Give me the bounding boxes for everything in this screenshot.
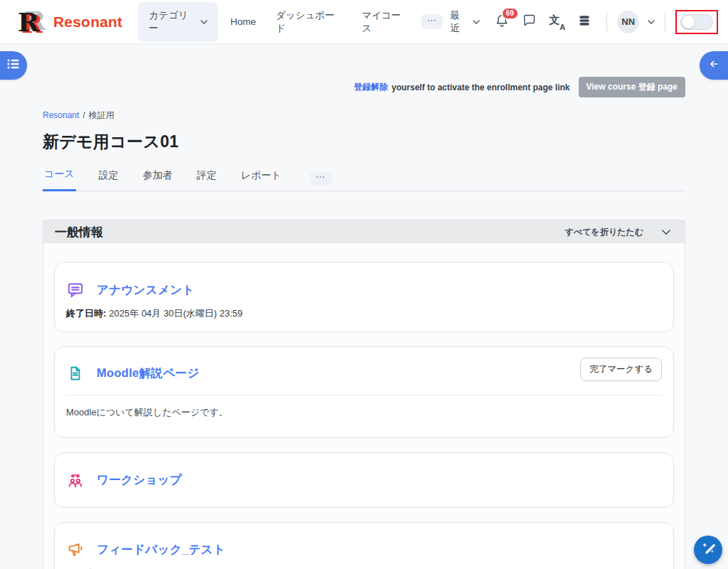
date-value: 2025年 04月 30日(水曜日) 23:59 [109, 308, 242, 319]
breadcrumb-root-link[interactable]: Resonant [43, 110, 79, 120]
chat-bubble-icon [522, 13, 537, 31]
view-enrolment-page-button[interactable]: View course 登録 page [579, 77, 686, 97]
breadcrumb: Resonant/検証用 [43, 110, 685, 122]
activity-dates: 終了日時:2025年 04月 30日(水曜日) 23:59 [66, 307, 662, 320]
user-avatar[interactable]: NN [617, 11, 639, 33]
tab-reports[interactable]: レポート [240, 169, 283, 191]
course-tabs: コース 設定 参加者 評定 レポート ⋯ [43, 168, 685, 191]
activity-card-workshop: ワークショップ [54, 452, 674, 508]
stack-icon [577, 14, 592, 31]
header-divider [665, 13, 665, 31]
brand-name: Resonant [53, 14, 122, 31]
activity-card-moodle-page: 完了マークする Moodle解説ページ Moodleについて解説したページです。 [54, 346, 674, 438]
notifications-button[interactable]: 69 [490, 9, 515, 35]
section-body: アナウンスメント 終了日時:2025年 04月 30日(水曜日) 23:59 完… [43, 243, 685, 569]
mark-complete-button[interactable]: 完了マークする [580, 358, 662, 381]
nav-my-courses[interactable]: マイコース [354, 2, 417, 42]
tab-settings[interactable]: 設定 [97, 169, 120, 191]
activity-link-workshop[interactable]: ワークショップ [97, 472, 182, 488]
notification-count-badge: 69 [501, 7, 519, 20]
messages-button[interactable] [517, 9, 542, 35]
nav-home[interactable]: Home [223, 9, 264, 34]
course-section-general: 一般情報 すべてを折りたたむ [43, 220, 685, 569]
activity-link-announcements[interactable]: アナウンスメント [97, 282, 195, 298]
toggle-knob [682, 16, 695, 28]
enrollment-notice: 登録解除 yourself to activate the enrollment… [43, 77, 685, 97]
nav-more-button[interactable]: ⋯ [421, 14, 443, 29]
open-block-drawer-button[interactable] [700, 51, 728, 80]
header-divider [606, 13, 607, 31]
nav-categories-dropdown[interactable]: カテゴリー [138, 2, 218, 42]
annotation-highlight-box [675, 10, 718, 34]
index-list-icon [7, 58, 20, 73]
user-menu-chevron-icon[interactable] [648, 20, 655, 24]
arrow-left-icon [707, 58, 720, 73]
page-icon [66, 364, 85, 383]
activity-description: Moodleについて解説したページです。 [66, 406, 662, 419]
brand-logo-icon: RRR [18, 7, 45, 37]
database-menu-button[interactable] [572, 9, 597, 35]
chevron-down-icon [662, 230, 670, 235]
tab-course[interactable]: コース [43, 168, 76, 191]
recent-label: 最近 [450, 9, 468, 35]
brand-logo[interactable]: RRR Resonant [18, 7, 122, 37]
top-navbar: RRR Resonant カテゴリー Home ダッシュボード マイコース ⋯ … [0, 0, 728, 44]
collapse-all-control[interactable]: すべてを折りたたむ [565, 226, 670, 238]
unenrol-link[interactable]: 登録解除 [354, 81, 388, 93]
activity-card-feedback: フィードバック_テスト 開始済み:2026年 01月 16日(金曜日) 09:2… [54, 522, 674, 569]
recent-dropdown[interactable]: 最近 [443, 4, 486, 41]
tab-participants[interactable]: 参加者 [141, 169, 174, 191]
forum-icon [66, 281, 85, 299]
breadcrumb-separator: / [82, 110, 85, 120]
tab-grades[interactable]: 評定 [196, 169, 218, 191]
megaphone-icon [66, 541, 85, 559]
edit-mode-toggle[interactable] [680, 14, 713, 30]
open-course-index-button[interactable] [0, 51, 27, 80]
nav-dashboard[interactable]: ダッシュボード [268, 2, 350, 42]
workshop-icon [66, 471, 85, 489]
activity-link-feedback[interactable]: フィードバック_テスト [97, 542, 225, 558]
tab-more-button[interactable]: ⋯ [310, 171, 332, 185]
collapse-all-label: すべてを折りたたむ [565, 226, 643, 238]
main-content: 登録解除 yourself to activate the enrollment… [0, 77, 728, 569]
page-title: 新デモ用コース01 [43, 131, 685, 153]
activity-link-moodle-page[interactable]: Moodle解説ページ [97, 366, 199, 381]
breadcrumb-current: 検証用 [89, 110, 114, 120]
section-title: 一般情報 [55, 224, 103, 240]
date-label: 終了日時: [66, 308, 106, 319]
chevron-down-icon [200, 20, 208, 24]
nav-categories-label: カテゴリー [149, 9, 196, 35]
chevron-down-icon [473, 20, 480, 24]
primary-nav: カテゴリー Home ダッシュボード マイコース ⋯ [138, 2, 443, 42]
enrollment-message: yourself to activate the enrollment page… [392, 83, 570, 92]
magic-assistant-button[interactable] [694, 536, 722, 564]
magic-wand-icon [700, 540, 717, 560]
translate-icon: 文 A [549, 14, 564, 30]
language-switch-button[interactable]: 文 A [545, 9, 569, 35]
header-actions: 最近 69 文 A [443, 4, 718, 41]
section-header: 一般情報 すべてを折りたたむ [43, 220, 685, 243]
card-divider [66, 395, 662, 395]
activity-card-announcements: アナウンスメント 終了日時:2025年 04月 30日(水曜日) 23:59 [54, 262, 674, 332]
